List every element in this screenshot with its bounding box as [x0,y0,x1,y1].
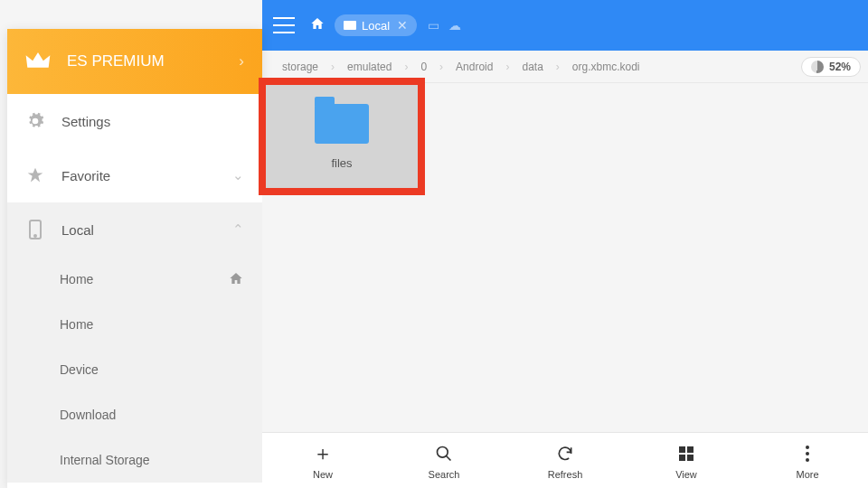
bottom-toolbar: ＋ New Search Refresh View More [262,432,868,488]
folder-files[interactable]: files [259,78,425,195]
sidebar-favorite[interactable]: Favorite ⌄ [7,148,262,202]
svg-line-3 [447,455,451,460]
sidebar-settings[interactable]: Settings [7,94,262,148]
view-label: View [675,469,697,480]
crumb-emulated[interactable]: emulated [335,61,404,73]
chevron-up-icon: ⌃ [232,221,244,238]
refresh-icon [556,442,574,465]
star-icon [25,166,45,184]
crumb-0[interactable]: 0 [408,61,439,73]
tab-local[interactable]: Local ✕ [335,14,417,36]
crumb-kodi[interactable]: org.xbmc.kodi [560,61,653,73]
plus-icon: ＋ [313,442,333,465]
local-section: Local ⌃ Home Home Device Download Intern… [7,202,262,483]
crown-icon [25,52,51,70]
tab-extra-icons: ▭ ☁ [428,18,461,33]
sub-label: Internal Storage [60,453,150,467]
sub-label: Home [60,272,93,286]
svg-point-2 [438,446,448,457]
chevron-down-icon: ⌄ [232,167,244,183]
cloud-icon[interactable]: ☁ [448,18,461,33]
tab-label: Local [362,19,390,33]
phone-icon [25,220,45,239]
settings-label: Settings [61,114,110,129]
more-label: More [796,469,818,480]
grid-icon [679,442,693,465]
search-icon [435,442,453,465]
storage-indicator[interactable]: 52% [801,57,861,77]
window-icon[interactable]: ▭ [428,18,439,33]
view-button[interactable]: View [626,433,747,488]
premium-label: ES PREMIUM [67,52,165,70]
sidebar-item-home2[interactable]: Home [7,302,262,347]
sidebar-local[interactable]: Local ⌃ [7,202,262,257]
sidebar-item-home1[interactable]: Home [7,257,262,302]
refresh-label: Refresh [548,469,583,480]
local-label: Local [61,222,94,238]
premium-banner[interactable]: ES PREMIUM › [7,29,262,94]
sidebar-item-download[interactable]: Download [7,392,262,437]
pie-icon [811,61,824,73]
search-button[interactable]: Search [383,433,505,488]
sidebar-item-internal[interactable]: Internal Storage [7,437,262,483]
refresh-button[interactable]: Refresh [505,433,626,488]
crumb-data[interactable]: data [509,61,555,73]
svg-point-1 [34,235,36,237]
close-icon[interactable]: ✕ [397,18,408,33]
more-icon [806,442,809,465]
home-icon[interactable] [309,16,326,35]
search-label: Search [429,469,460,480]
file-grid: files [262,83,868,432]
crumb-storage[interactable]: storage [269,61,331,73]
new-label: New [313,469,333,480]
chevron-right-icon: › [239,52,244,70]
folder-label: files [331,156,352,170]
new-button[interactable]: ＋ New [262,433,383,488]
folder-icon [315,104,369,144]
sidebar-item-device[interactable]: Device [7,347,262,392]
gear-icon [25,112,45,130]
menu-icon[interactable] [273,17,295,33]
sub-label: Home [60,317,93,332]
storage-pct: 52% [829,61,851,73]
more-button[interactable]: More [747,433,868,488]
sub-label: Download [60,408,116,422]
crumb-android[interactable]: Android [443,61,505,73]
storage-icon [344,21,356,30]
sidebar: ES PREMIUM › Settings Favorite ⌄ Local ⌃… [7,29,262,488]
favorite-label: Favorite [61,168,110,183]
home-icon [228,271,244,288]
sub-label: Device [60,362,99,377]
top-bar: Local ✕ ▭ ☁ [262,0,868,51]
